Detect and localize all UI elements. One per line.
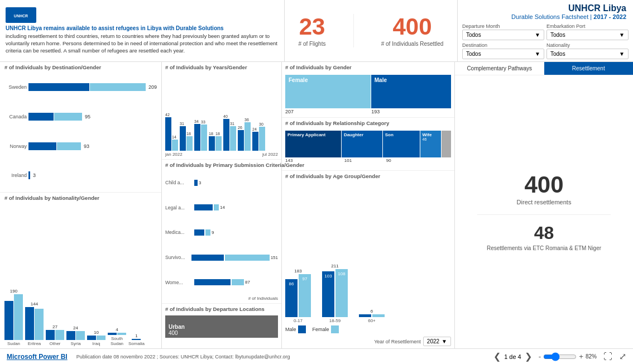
- relationship-chart: # of Individuals by Relationship Categor…: [282, 118, 454, 171]
- filter-departure-month[interactable]: Departure Month Todos▼: [462, 23, 544, 40]
- list-item: Wome... 87: [165, 279, 278, 285]
- tab-complementary[interactable]: Complementary Pathways: [455, 62, 544, 75]
- publication-info: Publication date 08 novembro 2022 ; Sour…: [76, 354, 290, 360]
- year-selector[interactable]: Year of Resettlement 2022▼: [285, 336, 451, 346]
- right-mid-column: # of Individuals by Gender Female Male 2…: [282, 62, 455, 348]
- resettlement-section: 400 Direct resettlements 48 Resettlement…: [455, 75, 633, 348]
- unhcr-logo: UNHCR: [6, 7, 36, 23]
- filter-embarkation-port[interactable]: Embarkation Port Todos▼: [546, 23, 629, 40]
- legend-male: Male: [285, 325, 306, 333]
- expand-icon[interactable]: ⛶: [603, 352, 612, 362]
- years-gender-chart: # of Individuals by Years/Gender 42 14 3…: [162, 62, 281, 160]
- legend-female: Female: [313, 325, 339, 333]
- left-column: # of Individuals by Destination/Gender S…: [0, 62, 162, 348]
- list-item: Medica... 9: [165, 229, 278, 236]
- age-group-chart: # of Individuals by Age Group/Gender 183…: [282, 171, 454, 348]
- right-panel: Complementary Pathways Resettlement 400 …: [455, 62, 633, 348]
- filter-destination[interactable]: Destination Todos▼: [462, 42, 544, 59]
- right-header: UNHCR Libya Durable Solutions Factsheet …: [458, 0, 633, 61]
- table-row: Ireland 3: [4, 171, 157, 179]
- direct-resettlements-number: 400: [524, 173, 563, 197]
- intro-body: including resettlement to third countrie…: [6, 32, 279, 55]
- list-item: 6 60+: [359, 309, 385, 323]
- fullscreen-icon[interactable]: ⤢: [619, 351, 626, 362]
- kpi-section: 23 # of Flights 400 # of Individuals Res…: [285, 0, 458, 61]
- zoom-in-button[interactable]: +: [579, 352, 583, 361]
- list-item: 1 Somalia: [128, 333, 145, 346]
- table-row: Canada 95: [4, 113, 157, 121]
- list-item: 27 Other: [46, 324, 64, 346]
- intro-link[interactable]: UNHCR Libya remains available to assist …: [6, 25, 279, 31]
- list-item: 40 31: [223, 119, 236, 151]
- zoom-slider[interactable]: [543, 352, 577, 361]
- nationality-gender-chart: # of Individuals by Nationality/Gender 1…: [0, 193, 161, 348]
- list-item: 211 103 108 18-59: [322, 264, 348, 323]
- list-item: 42 14: [165, 117, 178, 151]
- intro-section: UNHCR UNHCR Libya remains available to a…: [0, 0, 285, 61]
- list-item: 24 30: [252, 127, 265, 151]
- page-subtitle: Durable Solutions Factsheet | 2017 - 202…: [464, 13, 626, 20]
- kpi-flights: 23 # of Flights: [299, 15, 326, 47]
- prev-page-button[interactable]: ❮: [493, 351, 501, 362]
- list-item: 10 Iraq: [87, 330, 106, 346]
- page-indicator: 1 de 4: [504, 353, 521, 360]
- middle-column: # of Individuals by Years/Gender 42 14 3…: [162, 62, 282, 348]
- list-item: 18 18: [209, 136, 222, 151]
- submission-criteria-chart: # of Individuals by Primary Submission C…: [162, 160, 281, 304]
- zoom-out-button[interactable]: -: [539, 352, 541, 361]
- list-item: 31 18: [180, 126, 193, 151]
- year-dropdown[interactable]: 2022▼: [423, 337, 451, 346]
- tab-row: Complementary Pathways Resettlement: [455, 62, 633, 75]
- zoom-control: - + 82%: [539, 352, 597, 361]
- page-navigation: ❮ 1 de 4 ❯: [493, 351, 532, 362]
- list-item: Child a... 3: [165, 180, 278, 186]
- departure-locations-chart: # of Individuals by Departure Locations …: [162, 304, 281, 348]
- filter-nationality[interactable]: Nationality Todos▼: [546, 42, 629, 59]
- list-item: 190 Sudan: [4, 289, 23, 346]
- list-item: Survivo... 151: [165, 255, 278, 261]
- filters-grid: Departure Month Todos▼ Embarkation Port …: [458, 21, 633, 61]
- destination-gender-chart: # of Individuals by Destination/Gender S…: [0, 62, 161, 193]
- direct-resettlements-label: Direct resettlements: [517, 199, 572, 205]
- svg-text:UNHCR: UNHCR: [14, 14, 28, 18]
- header-title-block: UNHCR Libya Durable Solutions Factsheet …: [458, 0, 633, 21]
- list-item: 144 Eritrea: [25, 301, 44, 346]
- individuals-gender-chart: # of Individuals by Gender Female Male 2…: [282, 62, 454, 118]
- etc-resettlements-label: Resettlements via ETC Romania & ETM Nige…: [487, 245, 601, 251]
- kpi-individuals: 400 # of Individuals Resettled: [381, 15, 444, 47]
- table-row: Norway 93: [4, 142, 157, 150]
- list-item: 24 Syria: [66, 325, 85, 346]
- list-item: 4 SouthSudan: [108, 327, 126, 346]
- next-page-button[interactable]: ❯: [525, 351, 532, 362]
- list-item: 34 33: [194, 124, 207, 151]
- page-title: UNHCR Libya: [464, 3, 626, 13]
- zoom-percent: 82%: [586, 353, 597, 360]
- list-item: Legal a... 14: [165, 204, 278, 210]
- legend: Male Female: [285, 323, 451, 336]
- table-row: Sweden 209: [4, 83, 157, 91]
- etc-resettlements-number: 48: [534, 224, 554, 242]
- list-item: 26 36: [238, 122, 251, 151]
- footer: Microsoft Power BI Publication date 08 n…: [0, 348, 633, 364]
- list-item: 183 86 97 0-17: [285, 269, 311, 323]
- powerbi-link[interactable]: Microsoft Power BI: [7, 353, 68, 361]
- tab-resettlement[interactable]: Resettlement: [544, 62, 634, 75]
